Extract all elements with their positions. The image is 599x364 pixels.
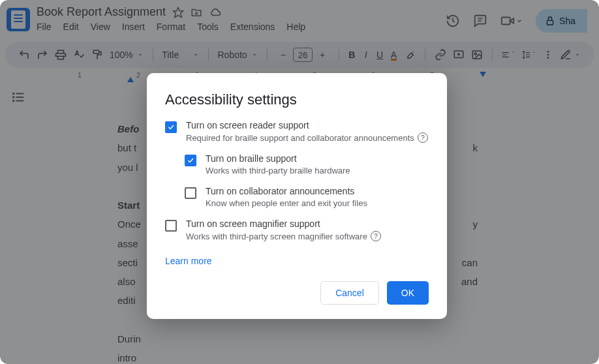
screen-reader-label: Turn on screen reader support <box>186 120 429 130</box>
magnifier-label: Turn on screen magnifier support <box>186 219 429 229</box>
collaborator-label: Turn on collaborator announcements <box>206 186 429 196</box>
braille-checkbox[interactable] <box>185 155 196 166</box>
learn-more-link[interactable]: Learn more <box>165 256 212 266</box>
ok-button[interactable]: OK <box>387 281 429 305</box>
help-icon[interactable]: ? <box>371 231 381 241</box>
dialog-title: Accessibility settings <box>165 91 429 108</box>
braille-label: Turn on braille support <box>206 153 429 164</box>
app-window: Book Report Assignment File Edit View In… <box>0 0 599 364</box>
magnifier-checkbox[interactable] <box>165 220 177 232</box>
cancel-button[interactable]: Cancel <box>320 281 379 305</box>
collaborator-checkbox[interactable] <box>185 187 196 199</box>
accessibility-dialog: Accessibility settings Turn on screen re… <box>147 73 447 319</box>
help-icon[interactable]: ? <box>418 132 428 143</box>
screen-reader-checkbox[interactable] <box>165 121 177 133</box>
